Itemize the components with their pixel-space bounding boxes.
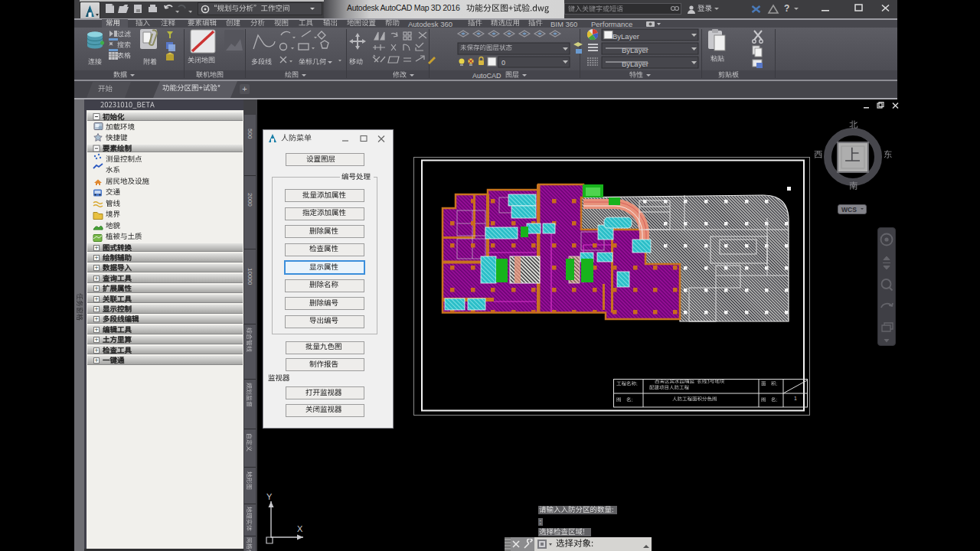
- svg-text:Y: Y: [266, 494, 273, 501]
- svg-text:X: X: [297, 524, 303, 533]
